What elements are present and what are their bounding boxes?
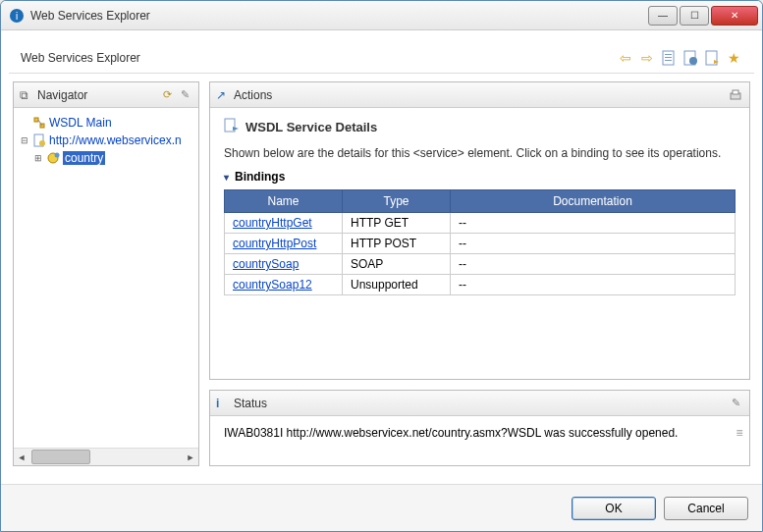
actions-title: Actions <box>234 88 728 102</box>
table-row: countrySoap SOAP -- <box>225 254 736 275</box>
cancel-button[interactable]: Cancel <box>664 497 748 520</box>
navigator-hscrollbar[interactable]: ◄ ► <box>14 448 198 465</box>
actions-arrow-icon: ↗ <box>216 88 230 102</box>
explorer-title: Web Services Explorer <box>21 51 617 65</box>
nav-forward-icon[interactable]: ⇨ <box>638 49 656 67</box>
favorites-icon[interactable]: ★ <box>725 49 742 67</box>
bindings-table: Name Type Documentation countryHttpGet H… <box>224 189 736 295</box>
svg-point-16 <box>55 153 60 158</box>
col-doc: Documentation <box>451 190 736 213</box>
binding-doc: -- <box>451 234 736 254</box>
service-details-title: WSDL Service Details <box>245 120 377 134</box>
window-controls: — ☐ ✕ <box>648 6 758 26</box>
svg-text:i: i <box>16 11 18 22</box>
twisty-down-icon[interactable]: ▾ <box>224 172 229 183</box>
binding-type: SOAP <box>343 254 451 275</box>
table-row: countrySoap12 Unsupported -- <box>225 275 736 295</box>
service-details-icon <box>224 118 240 136</box>
service-details-description: Shown below are the details for this <se… <box>224 146 736 160</box>
svg-point-7 <box>689 57 697 65</box>
table-row: countryHttpGet HTTP GET -- <box>225 213 736 234</box>
status-header: i Status ✎ <box>210 391 749 416</box>
tree-expand-icon[interactable]: ⊞ <box>31 153 45 163</box>
binding-doc: -- <box>451 254 736 275</box>
app-icon: i <box>9 8 25 24</box>
binding-doc: -- <box>451 213 736 234</box>
maximize-button[interactable]: ☐ <box>680 6 709 26</box>
info-icon: i <box>216 397 230 410</box>
service-details-heading: WSDL Service Details <box>224 118 736 136</box>
navigator-header: ⧉ Navigator ⟳ ✎ <box>14 82 198 108</box>
explorer-header: Web Services Explorer ⇦ ⇨ ★ <box>9 42 754 74</box>
wsdl-doc-icon <box>31 133 47 147</box>
wsil-page-icon[interactable] <box>681 49 699 67</box>
uddi-page-icon[interactable] <box>660 49 678 67</box>
binding-type: Unsupported <box>343 275 451 295</box>
svg-rect-5 <box>665 60 672 61</box>
svg-marker-20 <box>233 127 239 131</box>
clear-icon[interactable]: ✎ <box>177 87 192 103</box>
right-column: ↗ Actions WSDL Service Details Shown bel… <box>209 81 750 466</box>
col-type: Type <box>343 190 451 213</box>
status-message: IWAB0381I http://www.webservicex.net/cou… <box>224 426 678 440</box>
svg-rect-3 <box>665 54 672 55</box>
navigator-tree[interactable]: WSDL Main ⊟ http://www.webservicex.n ⊞ c… <box>14 108 198 448</box>
binding-link[interactable]: countryHttpGet <box>233 216 312 230</box>
scroll-thumb[interactable] <box>31 450 90 464</box>
ok-button[interactable]: OK <box>572 497 656 520</box>
binding-type: HTTP GET <box>343 213 451 234</box>
dialog-footer: OK Cancel <box>1 484 762 531</box>
window-title: Web Services Explorer <box>30 9 648 23</box>
actions-body: WSDL Service Details Shown below are the… <box>210 108 749 379</box>
main-content: ⧉ Navigator ⟳ ✎ WSDL Main ⊟ http://www.w… <box>1 74 762 474</box>
binding-type: HTTP POST <box>343 234 451 254</box>
wsdl-page-icon[interactable] <box>703 49 721 67</box>
status-panel: i Status ✎ IWAB0381I http://www.webservi… <box>209 390 750 466</box>
navigator-title: Navigator <box>37 88 159 102</box>
tree-service-node[interactable]: ⊞ country <box>18 149 194 167</box>
navigator-icon: ⧉ <box>20 88 33 102</box>
binding-link[interactable]: countryHttpPost <box>233 237 316 250</box>
navigator-panel: ⧉ Navigator ⟳ ✎ WSDL Main ⊟ http://www.w… <box>13 81 199 466</box>
tree-root[interactable]: WSDL Main <box>18 114 194 132</box>
bindings-label: Bindings <box>235 170 285 184</box>
tree-selected-label[interactable]: country <box>63 151 105 165</box>
service-icon <box>45 151 61 165</box>
tree-collapse-icon[interactable]: ⊟ <box>18 135 31 145</box>
tree-root-icon <box>31 116 47 130</box>
svg-rect-18 <box>733 90 738 94</box>
close-button[interactable]: ✕ <box>711 6 758 26</box>
explorer-toolbar: ⇦ ⇨ ★ <box>617 49 742 67</box>
actions-header: ↗ Actions <box>210 82 749 108</box>
table-row: countryHttpPost HTTP POST -- <box>225 234 736 254</box>
dialog-window: i Web Services Explorer — ☐ ✕ Web Servic… <box>0 0 763 532</box>
clear-status-icon[interactable]: ✎ <box>728 396 743 411</box>
tree-url-node[interactable]: ⊟ http://www.webservicex.n <box>18 132 194 149</box>
binding-link[interactable]: countrySoap <box>233 257 299 271</box>
tree-root-label[interactable]: WSDL Main <box>49 116 112 130</box>
print-icon[interactable] <box>728 87 743 103</box>
minimize-button[interactable]: — <box>648 6 678 26</box>
status-vscrollbar[interactable]: ≡ <box>732 422 747 444</box>
scroll-right-icon[interactable]: ► <box>183 449 198 465</box>
actions-panel: ↗ Actions WSDL Service Details Shown bel… <box>209 81 750 380</box>
svg-point-14 <box>39 140 45 146</box>
svg-rect-10 <box>34 118 38 122</box>
binding-doc: -- <box>451 275 736 295</box>
nav-back-icon[interactable]: ⇦ <box>617 49 634 67</box>
binding-link[interactable]: countrySoap12 <box>233 278 312 292</box>
bindings-header[interactable]: ▾ Bindings <box>224 170 736 184</box>
titlebar: i Web Services Explorer — ☐ ✕ <box>1 1 762 30</box>
status-body: IWAB0381I http://www.webservicex.net/cou… <box>210 416 749 450</box>
svg-rect-4 <box>665 57 672 58</box>
refresh-icon[interactable]: ⟳ <box>159 87 175 103</box>
tree-url-label[interactable]: http://www.webservicex.n <box>49 133 182 147</box>
col-name: Name <box>225 190 343 213</box>
status-title: Status <box>234 397 728 410</box>
scroll-left-icon[interactable]: ◄ <box>14 449 29 465</box>
